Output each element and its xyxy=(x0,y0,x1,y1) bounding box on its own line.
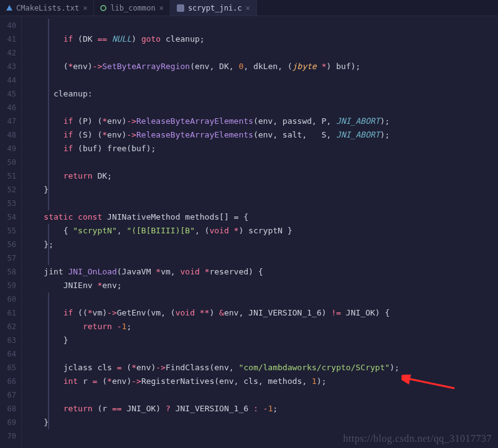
line-gutter: 404142 434445 464748 495051 525354 55565… xyxy=(0,16,21,448)
code-line xyxy=(22,19,498,32)
close-icon[interactable]: × xyxy=(246,4,250,12)
code-line: if (buf) free(buf); xyxy=(22,142,498,156)
code-line: int r = (*env)->RegisterNatives(env, cls… xyxy=(22,375,498,388)
code-line: if (P) (*env)->ReleaseByteArrayElements(… xyxy=(22,114,498,128)
code-line: }; xyxy=(22,238,498,251)
ring-icon xyxy=(100,5,106,11)
code-line: } xyxy=(22,416,498,429)
close-icon[interactable]: × xyxy=(159,4,164,12)
code-line xyxy=(22,101,498,114)
code-line: if (S) (*env)->ReleaseByteArrayElements(… xyxy=(22,128,498,142)
tab-label: lib_common xyxy=(110,4,155,12)
code-line: (*env)->SetByteArrayRegion(env, DK, 0, d… xyxy=(22,60,498,73)
code-line xyxy=(22,292,498,306)
watermark-text: https://blog.csdn.net/qq_31017737 xyxy=(343,433,492,444)
code-line: return DK; xyxy=(22,169,498,183)
code-line: { "scryptN", "([B[BIIII)[B", (void *) sc… xyxy=(22,224,498,238)
tab-bar: CMakeLists.txt × lib_common × scrypt_jni… xyxy=(0,0,498,16)
code-line: } xyxy=(22,334,498,347)
code-line xyxy=(22,347,498,361)
code-line: if (DK == NULL) goto cleanup; xyxy=(22,32,498,46)
code-line xyxy=(22,251,498,265)
code-line: return (r == JNI_OK) ? JNI_VERSION_1_6 :… xyxy=(22,402,498,416)
tab-scrypt-jni[interactable]: scrypt_jni.c × xyxy=(171,0,257,16)
code-line: jint JNI_OnLoad(JavaVM *vm, void *reserv… xyxy=(22,265,498,279)
triangle-icon xyxy=(6,5,12,11)
code-line xyxy=(22,388,498,402)
code-line: JNIEnv *env; xyxy=(22,279,498,292)
code-line: cleanup: xyxy=(22,87,498,101)
tab-libcommon[interactable]: lib_common × xyxy=(94,0,170,16)
tab-label: CMakeLists.txt xyxy=(16,4,79,12)
code-line: if ((*vm)->GetEnv(vm, (void **) &env, JN… xyxy=(22,306,498,320)
code-editor[interactable]: 404142 434445 464748 495051 525354 55565… xyxy=(0,16,498,448)
close-icon[interactable]: × xyxy=(83,4,87,12)
code-line xyxy=(22,197,498,210)
code-line xyxy=(22,156,498,169)
code-area[interactable]: if (DK == NULL) goto cleanup; (*env)->Se… xyxy=(21,16,498,448)
tab-cmakelists[interactable]: CMakeLists.txt × xyxy=(0,0,94,16)
code-line: static const JNINativeMethod methods[] =… xyxy=(22,210,498,224)
file-icon xyxy=(177,4,184,12)
code-line: jclass cls = (*env)->FindClass(env, "com… xyxy=(22,361,498,375)
code-line xyxy=(22,73,498,87)
tab-label: scrypt_jni.c xyxy=(188,4,242,12)
code-line: } xyxy=(22,183,498,197)
code-line xyxy=(22,46,498,60)
code-line: return -1; xyxy=(22,320,498,334)
